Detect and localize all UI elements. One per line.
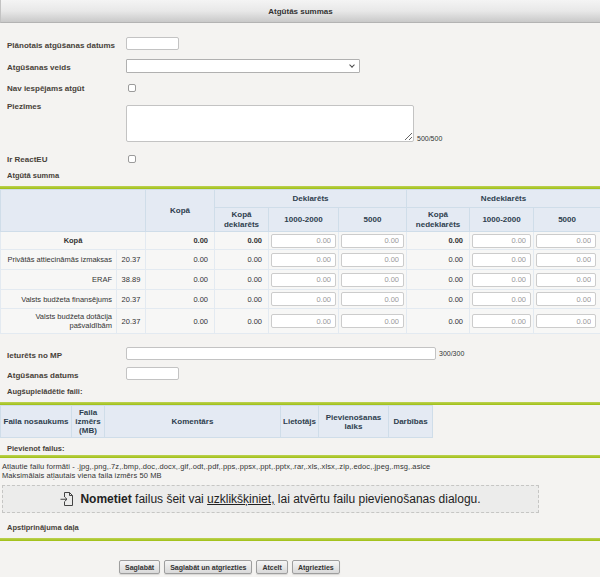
amounts-declared-5000-input[interactable] [341,273,404,287]
react-eu-label: Ir ReactEU [0,155,126,164]
amounts-declared-5000-input-cell [339,250,407,270]
amounts-row-percent: 38.89 [117,270,146,290]
notes-textarea[interactable] [126,105,414,142]
max-size-text: Maksimālais atļautais viena faila izmērs… [2,471,600,480]
amounts-undeclared-5000-input[interactable] [536,234,596,248]
amounts-declared-1000-2000-input[interactable] [271,234,336,248]
page-title: Atgūtās summas [268,7,332,16]
amounts-total-value: 0.00 [146,232,215,250]
action-buttons-row: Saglabāt Saglabāt un atgriezties Atcelt … [0,560,600,574]
add-files-section-label: Pievienot failus: [0,444,600,453]
amounts-undeclared-1000-2000-input[interactable] [472,292,531,306]
recovery-type-row: Atgūšanas veids [0,59,600,73]
planned-date-label: Plānotais atgūšanas datums [0,37,126,50]
amounts-total-declared-value: 0.00 [215,250,269,270]
amounts-declared-1000-2000-input[interactable] [271,314,336,328]
amounts-row-label: Kopā [1,232,146,250]
notes-counter: 500/500 [417,135,442,142]
save-button[interactable]: Saglabāt [119,560,160,574]
files-header-1: Faila izmērs (MB) [72,406,105,438]
amounts-undeclared-5000-input[interactable] [536,292,596,306]
amounts-row: Valsts budžeta dotācija pašvaldībām20.37… [1,309,600,334]
recovery-date-label: Atgūšanas datums [0,367,126,380]
amounts-total-declared-value: 0.00 [215,270,269,290]
amounts-total-declared-value: 0.00 [215,309,269,334]
amounts-total-undeclared-value: 0.00 [407,290,470,309]
amounts-header-total-declared: Kopā deklarēts [215,208,269,232]
notes-row: Piezīmes 500/500 [0,105,600,142]
amounts-undeclared-5000-input-cell [534,309,600,334]
amounts-undeclared-5000-input-cell [534,232,600,250]
amounts-undeclared-5000-input[interactable] [536,273,596,287]
amounts-total-value: 0.00 [146,290,215,309]
amounts-declared-5000-input[interactable] [341,314,404,328]
amounts-declared-5000-input-cell [339,270,407,290]
amounts-undeclared-5000-input[interactable] [536,314,596,328]
amounts-row-percent: 20.37 [117,250,146,270]
not-recoverable-label: Nav iespējams atgūt [0,84,126,93]
amounts-total-value: 0.00 [146,309,215,334]
return-button[interactable]: Atgriezties [292,560,340,574]
amounts-declared-1000-2000-input-cell [269,309,339,334]
amounts-declared-5000-input[interactable] [341,234,404,248]
amounts-undeclared-1000-2000-input-cell [470,250,534,270]
save-and-return-button[interactable]: Saglabāt un atgriezties [164,560,252,574]
amounts-total-declared-value: 0.00 [215,290,269,309]
amounts-total-undeclared-value: 0.00 [407,309,470,334]
amounts-row: Kopā0.000.000.00 [1,232,600,250]
recovery-date-input[interactable] [126,367,179,380]
recovery-date-row: Atgūšanas datums [0,367,600,380]
amounts-header-total: Kopā [146,190,215,232]
uploaded-files-table: Faila nosaukumsFaila izmērs (MB)Komentār… [0,405,433,438]
confirmation-section-label: Apstiprinājuma daļa [0,523,600,532]
files-header-2: Komentārs [105,406,281,438]
amounts-undeclared-1000-2000-input[interactable] [472,273,531,287]
amounts-declared-1000-2000-input[interactable] [271,273,336,287]
amounts-header-undeclared-group: Nedeklarēts [407,190,600,208]
amounts-undeclared-1000-2000-input-cell [470,232,534,250]
dropzone-click-link[interactable]: uzklikšķiniet, [207,492,274,506]
files-header-3: Lietotājs [281,406,319,438]
cancel-button[interactable]: Atcelt [256,560,287,574]
amounts-undeclared-1000-2000-input[interactable] [472,234,531,248]
amounts-row-percent: 20.37 [117,290,146,309]
amounts-declared-1000-2000-input[interactable] [271,253,336,267]
amounts-undeclared-5000-input[interactable] [536,253,596,267]
amounts-row-percent: 20.37 [117,309,146,334]
amounts-declared-1000-2000-input-cell [269,232,339,250]
withheld-input[interactable] [126,347,436,360]
amounts-undeclared-1000-2000-input-cell [470,290,534,309]
dropzone-text: Nometiet failus šeit vai uzklikšķiniet, … [80,492,480,506]
amounts-undeclared-5000-input-cell [534,250,600,270]
amounts-declared-5000-input-cell [339,232,407,250]
amounts-undeclared-5000-input-cell [534,290,600,309]
recovery-type-label: Atgūšanas veids [0,59,126,72]
amounts-undeclared-1000-2000-input[interactable] [472,314,531,328]
amounts-total-undeclared-value: 0.00 [407,232,470,250]
planned-date-input[interactable] [126,37,179,50]
notes-label: Piezīmes [0,102,126,111]
amounts-undeclared-1000-2000-input[interactable] [472,253,531,267]
amounts-header-5000-undeclared: 5000 [534,208,600,232]
not-recoverable-checkbox[interactable] [128,84,136,92]
amounts-declared-5000-input[interactable] [341,292,404,306]
amounts-declared-1000-2000-input-cell [269,290,339,309]
amounts-undeclared-5000-input-cell [534,270,600,290]
amounts-declared-5000-input[interactable] [341,253,404,267]
page-title-bar: Atgūtās summas [0,0,600,23]
files-header-4: Pievienošanas laiks [319,406,389,438]
dropzone-text-bold: Nometiet [80,492,131,506]
react-eu-checkbox[interactable] [128,155,136,163]
recovered-amount-section-label: Atgūtā summa [0,171,600,180]
files-header-5: Darbības [389,406,433,438]
amounts-declared-1000-2000-input-cell [269,250,339,270]
amounts-undeclared-1000-2000-input-cell [470,270,534,290]
amounts-total-declared-value: 0.00 [215,232,269,250]
not-recoverable-row: Nav iespējams atgūt [0,84,600,93]
amounts-declared-1000-2000-input[interactable] [271,292,336,306]
file-dropzone[interactable]: Nometiet failus šeit vai uzklikšķiniet, … [2,485,539,513]
uploaded-files-section-label: Augšupielādētie faili: [0,387,600,396]
recovery-type-select[interactable] [126,59,360,73]
amounts-header-5000-declared: 5000 [339,208,407,232]
withheld-counter: 300/300 [439,350,464,357]
